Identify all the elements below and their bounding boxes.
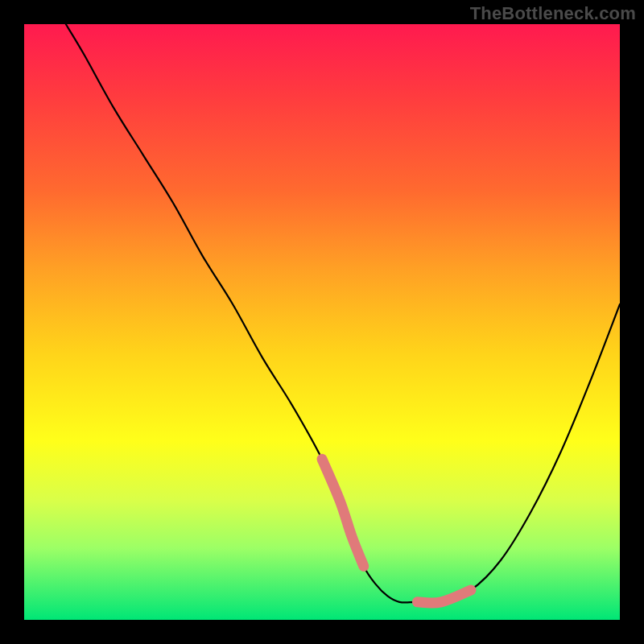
plot-area [24,24,620,620]
curve-svg [24,24,620,620]
chart-frame: TheBottleneck.com [0,0,644,644]
highlight-segment [417,590,471,603]
watermark-text: TheBottleneck.com [470,3,636,24]
curve-highlight [322,459,471,603]
highlight-segment [322,459,364,566]
bottleneck-curve [66,24,620,603]
